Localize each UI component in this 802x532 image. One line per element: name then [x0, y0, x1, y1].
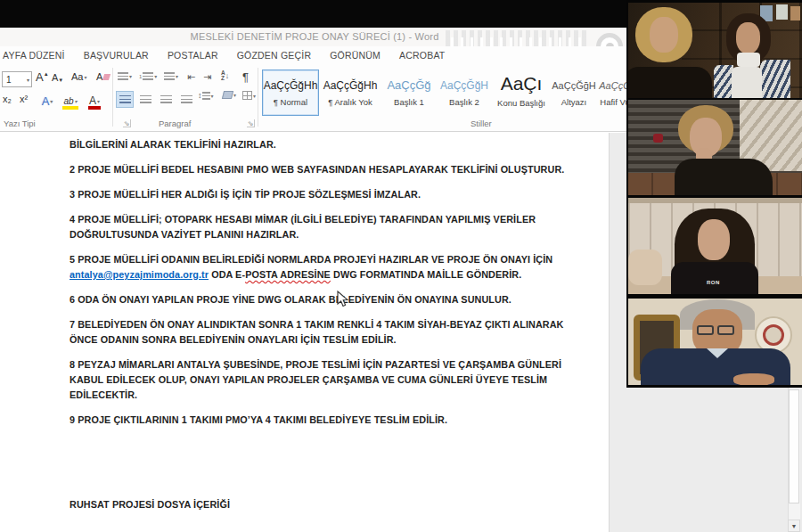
paragraph-dialog-launcher[interactable]: ⇘ — [247, 119, 255, 127]
tab-postalar[interactable]: POSTALAR — [168, 50, 218, 61]
participant-silhouette — [628, 3, 802, 98]
paragraph: BİLGİLERİNİ ALARAK TEKLİFİNİ HAZIRLAR. — [70, 137, 610, 152]
style-baslik-2[interactable]: AaÇçĞğH Başlık 2 — [438, 70, 490, 116]
highlight-button[interactable]: ab▾ — [61, 91, 80, 110]
email-link[interactable]: antalya@peyzajmimoda.org.tr — [70, 269, 209, 280]
video-tile-3[interactable]: RON — [628, 198, 802, 294]
participant-silhouette — [628, 100, 802, 195]
paragraph: 9 PROJE ÇIKTILARININ 1 TAKIMI PMO’YA 4 T… — [70, 413, 610, 428]
tab-acrobat[interactable]: ACROBAT — [399, 50, 445, 61]
video-panel: RON — [626, 0, 802, 388]
line-spacing-button[interactable]: ↕▾ — [198, 91, 214, 100]
change-case-button[interactable]: Aa▾ — [71, 71, 86, 82]
screen: MESLEKİ DENETİM PROJE ONAY SÜRECİ (1) - … — [0, 0, 802, 532]
increase-indent-button[interactable]: ⇥ — [203, 71, 211, 83]
video-tile-1[interactable] — [628, 3, 802, 98]
font-color-button[interactable]: A▾ — [86, 91, 102, 110]
justify-button[interactable] — [177, 91, 195, 108]
font-size-input[interactable]: 1 ▾ — [2, 71, 32, 87]
style-normal[interactable]: AaÇçĞğHh ¶ Normal — [262, 70, 319, 116]
bullets-button[interactable]: ▾ — [118, 72, 132, 80]
paragraph: 7 BELEDİYEDEN ÖN ONAY ALINDIKTAN SONRA 1… — [70, 317, 610, 348]
paragraph: 8 PEYZAJ MİMARLARI ANTALYA ŞUBESİNDE, PR… — [70, 357, 610, 403]
participant-silhouette — [628, 299, 802, 385]
tab-basvurular[interactable]: BAŞVURULAR — [84, 50, 149, 61]
ribbon: 1 ▾ A▲ A▼ Aa▾ A x₂ x² A▾ ab▾ A▾ Yazı Tip… — [0, 64, 629, 132]
borders-grid-icon — [242, 91, 252, 100]
mouse-cursor — [337, 291, 349, 308]
glasses-icon — [697, 325, 738, 337]
numbering-button[interactable]: 1▾ — [139, 72, 157, 80]
font-dialog-launcher[interactable]: ⇘ — [123, 119, 131, 127]
section-heading: RUHSAT PROJESİ DOSYA İÇERİĞİ — [70, 497, 610, 512]
tab-gozden-gecir[interactable]: GÖZDEN GEÇİR — [237, 50, 312, 61]
sort-button[interactable]: AZ ↓ — [221, 70, 229, 81]
font-group-label: Yazı Tipi — [4, 119, 36, 128]
clear-formatting-button[interactable]: A — [96, 71, 110, 82]
paragraph: 3 PROJE MÜELLİFİ HER ALDIĞI İŞ İÇİN TİP … — [70, 187, 610, 202]
hoodie-text: RON — [707, 280, 720, 285]
align-right-button[interactable] — [157, 91, 175, 108]
shrink-font-button[interactable]: A▼ — [52, 72, 63, 83]
paragraph: 2 PROJE MÜELLİFİ BEDEL HESABINI PMO WEB … — [70, 162, 610, 177]
font-color-swatch — [88, 106, 101, 110]
paragraph: 4 PROJE MÜELLİFİ; OTOPARK HESABI MİMAR (… — [70, 212, 610, 242]
highlight-color-swatch — [62, 106, 78, 110]
paragraph-group-label: Paragraf — [159, 119, 191, 128]
video-tile-4[interactable] — [628, 299, 802, 385]
tab-gorunum[interactable]: GÖRÜNÜM — [330, 50, 381, 61]
style-altyazi[interactable]: AaÇçĞğH Altyazı — [552, 70, 595, 116]
spellcheck-underline: POSTA ADRESİNE — [245, 269, 331, 280]
style-aralik-yok[interactable]: AaÇçĞğHh ¶ Aralık Yok — [322, 70, 379, 116]
eraser-icon — [102, 74, 110, 80]
tab-sayfa-duzeni[interactable]: AYFA DÜZENİ — [3, 50, 65, 61]
style-konu-basligi[interactable]: AaÇı Konu Başlığı — [492, 70, 551, 116]
top-black-bar — [0, 0, 629, 28]
text-effects-button[interactable]: A▾ — [39, 92, 55, 110]
subscript-button[interactable]: x₂ — [3, 94, 12, 104]
align-center-button[interactable] — [136, 91, 154, 108]
align-left-button[interactable] — [116, 91, 134, 108]
superscript-button[interactable]: x² — [20, 94, 28, 104]
decrease-indent-button[interactable]: ⇤ — [187, 71, 195, 83]
multilevel-list-button[interactable]: ▾ — [164, 72, 178, 80]
borders-button[interactable]: ▾ — [242, 91, 256, 100]
participant-silhouette: RON — [628, 198, 802, 294]
shading-button[interactable]: ▾ — [223, 91, 236, 99]
grow-font-button[interactable]: A▲ — [36, 70, 49, 84]
scroll-down-button[interactable]: ▼ — [788, 520, 800, 532]
paint-bucket-icon — [222, 91, 233, 99]
style-baslik-1[interactable]: AaÇçĞğ Başlık 1 — [381, 70, 437, 116]
ribbon-tab-bar: AYFA DÜZENİ BAŞVURULAR POSTALAR GÖZDEN G… — [0, 46, 629, 64]
video-tile-2[interactable] — [628, 100, 802, 195]
show-marks-button[interactable]: ¶ — [242, 70, 249, 84]
chevron-down-icon[interactable]: ▾ — [27, 77, 29, 83]
scrollbar-thumb[interactable] — [789, 389, 799, 503]
styles-group-label: Stiller — [471, 119, 492, 128]
document-page[interactable]: BİLGİLERİNİ ALARAK TEKLİFİNİ HAZIRLAR. 2… — [0, 133, 610, 532]
paragraph: 5 PROJE MÜELLİFİ ODANIN BELİRLEDİĞİ NORM… — [70, 252, 610, 282]
